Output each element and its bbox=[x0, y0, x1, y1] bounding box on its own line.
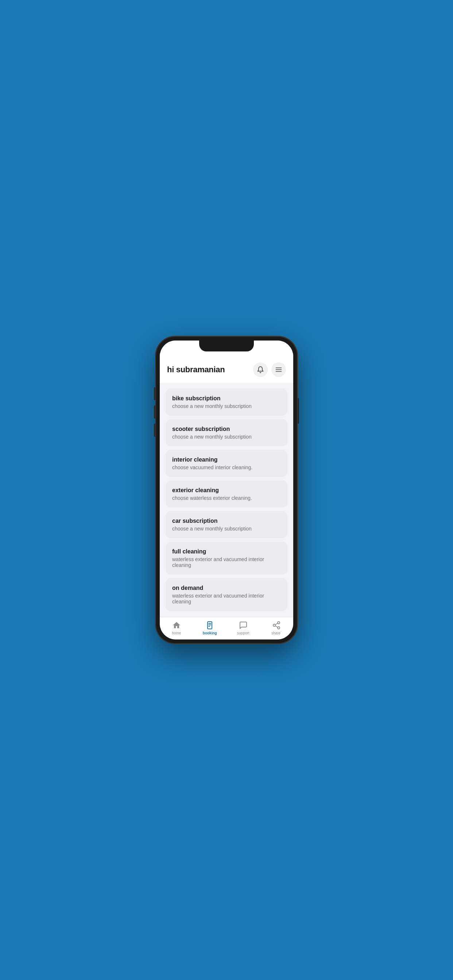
service-card-on-demand[interactable]: on demand waterless exterior and vacuume… bbox=[166, 578, 287, 611]
svg-line-11 bbox=[275, 624, 278, 625]
service-card-interior-cleaning[interactable]: interior cleaning choose vacuumed interi… bbox=[166, 450, 287, 477]
card-title-exterior-cleaning: exterior cleaning bbox=[172, 487, 281, 494]
card-subtitle-interior-cleaning: choose vacuumed interior cleaning. bbox=[172, 465, 281, 470]
card-subtitle-on-demand: waterless exterior and vacuumed interior… bbox=[172, 593, 281, 605]
notch bbox=[199, 340, 254, 352]
support-nav-icon bbox=[239, 621, 248, 630]
home-nav-icon bbox=[172, 621, 181, 630]
card-subtitle-full-cleaning: waterless exterior and vacuumed interior… bbox=[172, 556, 281, 568]
header: hi subramanian bbox=[160, 356, 293, 383]
card-title-full-cleaning: full cleaning bbox=[172, 548, 281, 555]
service-card-bike-subscription[interactable]: bike subscription choose a new monthly s… bbox=[166, 389, 287, 415]
service-card-full-cleaning[interactable]: full cleaning waterless exterior and vac… bbox=[166, 542, 287, 574]
menu-button[interactable] bbox=[271, 363, 286, 377]
notification-button[interactable] bbox=[253, 363, 268, 377]
card-subtitle-scooter-subscription: choose a new monthly subscription bbox=[172, 434, 281, 440]
card-title-scooter-subscription: scooter subscription bbox=[172, 426, 281, 433]
booking-nav-icon bbox=[205, 621, 214, 630]
phone-screen: hi subramanian bbox=[160, 340, 293, 640]
card-title-bike-subscription: bike subscription bbox=[172, 395, 281, 402]
nav-item-booking[interactable]: booking bbox=[193, 621, 227, 635]
share-nav-label: share` bbox=[271, 631, 282, 635]
card-subtitle-exterior-cleaning: choose waterless exterior cleaning. bbox=[172, 495, 281, 501]
booking-nav-label: booking bbox=[203, 631, 217, 635]
service-card-exterior-cleaning[interactable]: exterior cleaning choose waterless exter… bbox=[166, 480, 287, 508]
card-title-car-subscription: car subscription bbox=[172, 518, 281, 524]
card-subtitle-car-subscription: choose a new monthly subscription bbox=[172, 526, 281, 531]
phone-wrapper: hi subramanian bbox=[155, 336, 298, 644]
home-nav-label: home bbox=[172, 631, 181, 635]
bell-icon bbox=[257, 366, 264, 373]
card-title-on-demand: on demand bbox=[172, 585, 281, 591]
content-area: hi subramanian bbox=[160, 356, 293, 640]
svg-line-10 bbox=[275, 626, 278, 627]
greeting-text: hi subramanian bbox=[167, 365, 225, 374]
bottom-nav: home booking bbox=[160, 617, 293, 640]
service-card-car-subscription[interactable]: car subscription choose a new monthly su… bbox=[166, 511, 287, 538]
nav-item-support[interactable]: support bbox=[226, 621, 260, 635]
phone-shell: hi subramanian bbox=[155, 336, 298, 644]
card-subtitle-bike-subscription: choose a new monthly subscription bbox=[172, 403, 281, 409]
nav-item-share[interactable]: share` bbox=[260, 621, 293, 635]
card-title-interior-cleaning: interior cleaning bbox=[172, 457, 281, 463]
support-nav-label: support bbox=[237, 631, 249, 635]
header-icons bbox=[253, 363, 286, 377]
service-card-scooter-subscription[interactable]: scooter subscription choose a new monthl… bbox=[166, 419, 287, 446]
menu-icon bbox=[275, 366, 282, 373]
cards-container: bike subscription choose a new monthly s… bbox=[160, 383, 293, 617]
nav-item-home[interactable]: home bbox=[160, 621, 193, 635]
share-nav-icon bbox=[272, 621, 281, 630]
